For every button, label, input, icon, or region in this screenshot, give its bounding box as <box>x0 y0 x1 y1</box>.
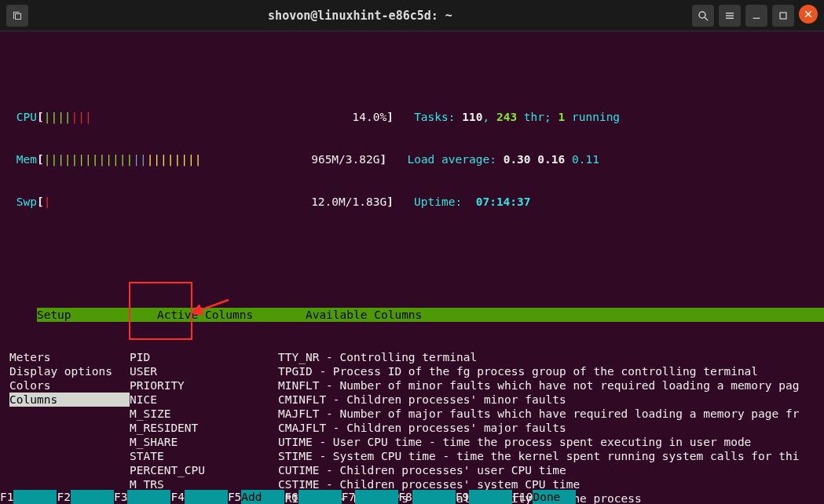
setup-item[interactable]: Columns <box>9 393 130 407</box>
svg-rect-3 <box>726 15 734 16</box>
available-column-item[interactable]: TPGID - Process ID of the fg process gro… <box>278 364 824 378</box>
available-columns-header: Available Columns <box>306 308 824 322</box>
active-column-item[interactable]: STATE <box>130 449 278 463</box>
svg-line-1 <box>705 17 708 20</box>
available-column-item[interactable]: STIME - System CPU time - time the kerne… <box>278 449 824 463</box>
fkey-f1[interactable]: F1 <box>0 490 57 504</box>
active-column-item[interactable]: NICE <box>130 393 278 407</box>
fkey-f8[interactable]: F8 <box>398 490 455 504</box>
setup-item[interactable]: Display options <box>9 364 130 378</box>
svg-rect-2 <box>726 13 734 14</box>
fkey-f9[interactable]: F9 <box>456 490 512 504</box>
available-column-item[interactable]: CMAJFLT - Children processes' major faul… <box>278 421 824 435</box>
window-title: shovon@linuxhint-e86c5d: ~ <box>28 9 692 23</box>
fkey-f10[interactable]: F10Done <box>512 490 576 504</box>
active-column-item[interactable]: M_SHARE <box>130 435 278 449</box>
menu-button[interactable] <box>719 5 741 27</box>
svg-point-0 <box>699 12 705 18</box>
fkey-f5[interactable]: F5Add <box>228 490 284 504</box>
swp-meter: Swp[| 12.0M/1.83G] Uptime: 07:14:37 <box>9 195 824 209</box>
active-column-item[interactable]: M_RESIDENT <box>130 421 278 435</box>
fkey-f2[interactable]: F2 <box>57 490 113 504</box>
available-column-item[interactable]: TTY_NR - Controlling terminal <box>278 350 824 364</box>
fkey-f4[interactable]: F4 <box>170 490 227 504</box>
active-column-item[interactable]: PID <box>130 350 278 364</box>
minimize-button[interactable] <box>745 5 767 27</box>
svg-rect-5 <box>753 17 760 18</box>
active-column-item[interactable]: PRIORITY <box>130 378 278 393</box>
fkey-f6[interactable]: F6 <box>284 490 341 504</box>
active-column-item[interactable]: M_SIZE <box>130 407 278 421</box>
fkey-f3[interactable]: F3 <box>114 490 170 504</box>
available-column-item[interactable]: CUTIME - Children processes' user CPU ti… <box>278 463 824 477</box>
setup-item[interactable]: Meters <box>9 350 130 364</box>
available-column-item[interactable]: CMINFLT - Children processes' minor faul… <box>278 393 824 407</box>
svg-rect-4 <box>726 17 734 19</box>
svg-rect-6 <box>780 13 786 19</box>
setup-header: Setup <box>37 308 157 322</box>
available-column-item[interactable]: MAJFLT - Number of major faults which ha… <box>278 407 824 421</box>
active-columns-header: Active Columns <box>157 308 306 322</box>
fkey-f7[interactable]: F7 <box>342 490 398 504</box>
new-tab-button[interactable] <box>6 5 28 27</box>
available-column-item[interactable]: UTIME - User CPU time - time the process… <box>278 435 824 449</box>
close-button[interactable] <box>799 5 818 24</box>
setup-item[interactable]: Colors <box>9 378 130 393</box>
mem-meter: Mem[||||||||||||||||||||||| 965M/3.82G] … <box>9 152 824 166</box>
search-button[interactable] <box>692 5 714 27</box>
function-keys: F1 F2 F3 F4 F5Add F6 F7 F8 F9 F10Done <box>0 490 824 504</box>
maximize-button[interactable] <box>772 5 794 27</box>
cpu-meter: CPU[||||||| 14.0%] Tasks: 110, 243 thr; … <box>9 110 824 124</box>
terminal-body[interactable]: CPU[||||||| 14.0%] Tasks: 110, 243 thr; … <box>0 31 824 504</box>
active-column-item[interactable]: PERCENT_CPU <box>130 463 278 477</box>
titlebar: shovon@linuxhint-e86c5d: ~ <box>0 0 824 31</box>
active-column-item[interactable]: USER <box>130 364 278 378</box>
available-column-item[interactable]: MINFLT - Number of minor faults which ha… <box>278 378 824 393</box>
